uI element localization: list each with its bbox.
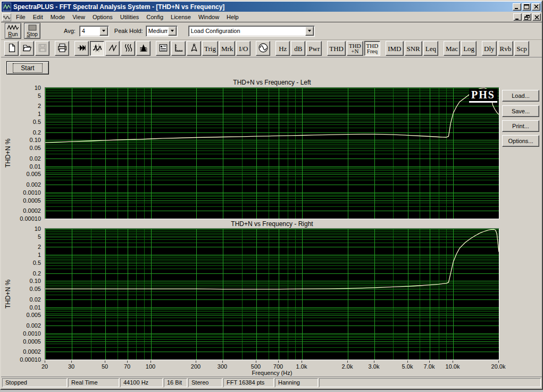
menu-item-window[interactable]: Window	[195, 13, 223, 21]
print-button-side[interactable]: Print...	[502, 120, 539, 132]
x-tick-label: 10.0k	[446, 363, 460, 370]
compass-icon	[189, 43, 199, 54]
log-button[interactable]: Log	[461, 41, 477, 56]
y-tick-label: 0.002	[26, 181, 41, 188]
status-state: Stopped	[2, 378, 67, 387]
new-document-icon	[7, 43, 16, 54]
spectrogram-view-button[interactable]	[121, 41, 135, 56]
y-tick-label: 2	[38, 103, 41, 109]
menu-item-mode[interactable]: Mode	[47, 13, 69, 21]
rvb-button[interactable]: Rvb	[498, 41, 514, 56]
maximize-button[interactable]	[522, 3, 531, 11]
trigger-button[interactable]: Trig	[202, 41, 218, 56]
minimize-button[interactable]	[513, 3, 521, 11]
io-button[interactable]: I/O	[236, 41, 250, 56]
y-tick-label: 0.10	[30, 278, 41, 284]
child-window-icon[interactable]	[2, 13, 11, 21]
y-tick-label: 0.05	[30, 145, 41, 151]
avg-combobox[interactable]: 4	[79, 26, 109, 37]
x-tick-label: 300	[218, 363, 227, 370]
y-tick-label: 0.00010	[20, 215, 41, 222]
stop-button-label: Stop	[27, 32, 38, 37]
sine-generator-icon	[258, 43, 268, 54]
options-button[interactable]: Options...	[502, 135, 539, 147]
status-bar: StoppedReal Time44100 Hz16 BitStereoFFT …	[1, 377, 542, 389]
menu-item-help[interactable]: Help	[223, 13, 243, 21]
start-button[interactable]: Start	[6, 61, 49, 74]
child-close-button[interactable]	[532, 13, 541, 21]
spectrogram-icon	[123, 43, 133, 54]
peak-hold-value: Medium	[146, 28, 168, 34]
chart-right-plot[interactable]	[45, 228, 499, 360]
x-axis-label: Frequency (Hz)	[45, 370, 499, 376]
imd-button[interactable]: IMD	[386, 41, 403, 56]
db-button[interactable]: dB	[291, 41, 305, 56]
markers-button[interactable]: Mrk	[219, 41, 235, 56]
load-configuration-dropdown-arrow-icon[interactable]	[305, 27, 314, 36]
menu-item-view[interactable]: View	[69, 13, 89, 21]
y-tick-label: 0.2	[33, 270, 41, 277]
child-minimize-button[interactable]	[513, 13, 522, 21]
thd-n-button[interactable]: THD +N	[347, 41, 363, 56]
scaling-button[interactable]	[171, 41, 186, 56]
control-panel-button[interactable]	[156, 41, 170, 56]
waveform-view-button[interactable]	[105, 41, 120, 56]
dly-button[interactable]: Dly	[482, 41, 497, 56]
thd-button[interactable]: THD	[327, 41, 346, 56]
status-channels: Stereo	[188, 378, 222, 387]
menu-item-utilities[interactable]: Utilities	[116, 13, 143, 21]
menu-item-config[interactable]: Config	[143, 13, 167, 21]
hz-button[interactable]: Hz	[275, 41, 290, 56]
scp-button[interactable]: Scp	[514, 41, 529, 56]
hz-button-label: Hz	[279, 46, 287, 52]
signal-generator-button[interactable]	[256, 41, 270, 56]
chart-right-y-ticks: 105210.50.20.100.050.020.010.0050.0020.0…	[1, 228, 43, 360]
run-button[interactable]: Run	[5, 23, 21, 39]
run-button-label: Run	[8, 32, 18, 37]
menu-item-license[interactable]: License	[167, 13, 195, 21]
menu-item-options[interactable]: Options	[89, 13, 116, 21]
y-tick-label: 2	[38, 244, 41, 250]
new-file-button[interactable]	[4, 41, 19, 56]
x-tick-mark	[302, 361, 302, 363]
fast-forward-icon	[77, 43, 87, 54]
mac-button[interactable]: Mac	[444, 41, 460, 56]
child-restore-button[interactable]	[523, 13, 531, 21]
fast-forward-button[interactable]	[74, 41, 89, 56]
control-panel-icon	[158, 43, 168, 54]
load-configuration-combobox[interactable]: Load Configuration	[188, 26, 315, 37]
stop-button[interactable]: Stop	[24, 23, 40, 39]
pwr-button-label: Pwr	[308, 46, 320, 52]
pwr-button[interactable]: Pwr	[306, 41, 322, 56]
save-file-button[interactable]	[35, 41, 49, 56]
open-file-button[interactable]	[20, 41, 34, 56]
imd-button-label: IMD	[388, 46, 401, 52]
thd-freq-button[interactable]: THD Freq	[364, 41, 381, 56]
leq-button[interactable]: Leq	[423, 41, 438, 56]
plot-grid-and-curve	[45, 88, 499, 219]
menu-item-edit[interactable]: Edit	[29, 13, 47, 21]
snr-button[interactable]: SNR	[405, 41, 422, 56]
peak-hold-dropdown-arrow-icon[interactable]	[168, 27, 177, 36]
calibration-button[interactable]	[187, 41, 201, 56]
avg-label: Avg:	[64, 28, 76, 34]
save-button[interactable]: Save...	[502, 105, 539, 117]
y-tick-label: 0.0002	[23, 207, 41, 214]
chart-left-plot[interactable]: PHS	[45, 87, 499, 219]
status-mode: Real Time	[68, 378, 119, 387]
x-tick-label: 70	[124, 363, 130, 370]
load-configuration-value: Load Configuration	[189, 28, 305, 34]
surface-view-button[interactable]	[136, 41, 151, 56]
chart-view: Start THD+N vs Frequency - Left THD+N % …	[1, 57, 542, 377]
peak-hold-combobox[interactable]: Medium	[146, 26, 178, 37]
close-button[interactable]	[532, 3, 540, 11]
spectrum-view-button[interactable]	[90, 41, 104, 56]
menu-item-file[interactable]: File	[12, 13, 29, 21]
x-tick-mark	[256, 361, 256, 363]
print-button[interactable]	[55, 41, 69, 56]
load-button[interactable]: Load...	[502, 90, 539, 102]
child-window-controls	[513, 13, 541, 21]
main-toolbar: Run Stop Avg: 4 Peak Hold: Medium Load C…	[1, 22, 542, 40]
avg-dropdown-arrow-icon[interactable]	[99, 27, 108, 36]
status-sample-rate: 44100 Hz	[120, 378, 163, 387]
